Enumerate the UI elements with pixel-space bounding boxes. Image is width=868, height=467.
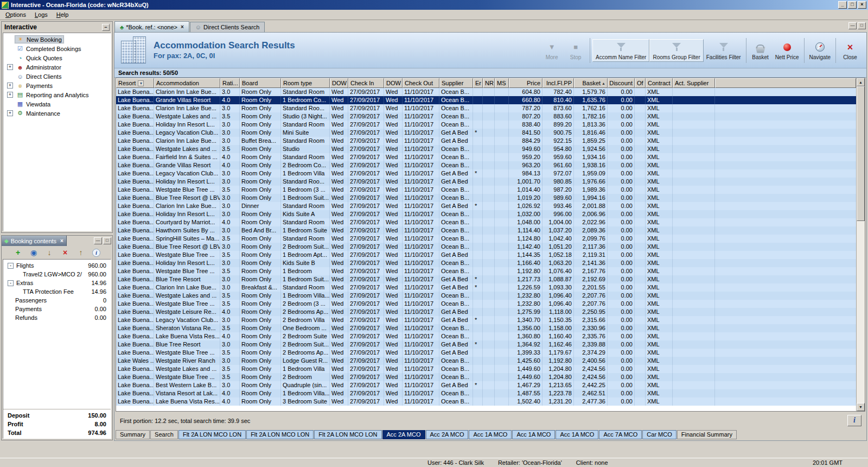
sidebar-item-payments[interactable]: +¤Payments [3,81,111,90]
column-header-rati[interactable]: Rati... [220,78,240,88]
doc-tab-direct-clients-search[interactable]: ☺Direct Clients Search [190,22,265,32]
section-tab-flt-2a-lon-mco-lon[interactable]: Flt 2A LON MCO LON [246,430,314,439]
web-icon[interactable]: ◉ [29,248,38,257]
table-row[interactable]: Lake Buena...Westgate Lakes and ...3.5Ro… [116,292,856,300]
table-row[interactable]: Lake Buena...Clarion Inn Lake Bue...3.0D… [116,202,856,210]
table-row[interactable]: Lake Buena...Westgate Lakes and ...3.5Ro… [116,365,856,373]
sidebar-item-viewdata[interactable]: ▦Viewdata [3,99,111,109]
expand-toggle-icon[interactable]: - [8,280,14,286]
table-row[interactable]: Lake Buena...Clarion Inn Lake Bue...3.0R… [116,104,856,112]
table-row[interactable]: Lake Buena...Legacy Vacation Club...3.0R… [116,169,856,178]
basket-out-icon[interactable]: ↑ [76,248,85,257]
table-row[interactable]: Lake Buena...Blue Tree Resort @ LBV3.0Ro… [116,243,856,251]
column-header-room-type[interactable]: Room type [281,78,330,88]
section-tab-car-mco[interactable]: Car MCO [642,430,676,439]
table-row[interactable]: Lake Buena...Westgate Blue Tree ...3.5Ro… [116,373,856,381]
table-row[interactable]: Lake Buena...Lake Buena Vista Res...4.0R… [116,397,856,406]
column-filter-icon[interactable]: ▼ [138,80,144,86]
booking-item-refunds[interactable]: Refunds0.00 [3,313,111,322]
column-header-dow[interactable]: DOW [330,78,348,88]
section-tab-flt-2a-lon-mco-lon[interactable]: Flt 2A LON MCO LON [178,430,246,439]
table-row[interactable]: Lake Buena...Sheraton Vistana Re...3.5Ro… [116,324,856,332]
doc-minimize-button[interactable]: — [848,22,857,29]
table-row[interactable]: Lake Buena...Clarion Inn Lake Bue...3.0B… [116,137,856,145]
booking-item-travel2-lgw-mco-2[interactable]: Travel2 LGW>MCO 2/960.00 [3,270,111,279]
column-header-contract[interactable]: Contract [646,78,673,88]
section-tab-acc-2a-mco[interactable]: Acc 2A MCO [426,430,469,439]
table-row[interactable]: Lake Buena...Holiday Inn Resort L...3.0R… [116,259,856,267]
table-row[interactable]: Lake Buena...Westgate Blue Tree ...3.5Ro… [116,267,856,275]
info-icon[interactable]: i [92,249,100,257]
expand-toggle-icon[interactable]: - [8,263,14,269]
table-row[interactable]: Lake Buena...Hawthorn Suites By ...3.0Be… [116,226,856,235]
booking-item-extras[interactable]: -Extras14.96 [3,279,111,287]
table-row[interactable]: Lake Buena...Westgate Blue Tree ...3.5Ro… [116,300,856,308]
sidebar-item-quick-quotes[interactable]: ◔Quick Quotes [3,53,111,62]
expand-toggle-icon[interactable]: + [7,110,13,116]
table-row[interactable]: Lake Buena...Fairfield Inn & Suites ...4… [116,153,856,161]
table-row[interactable]: Lake Buena...Westgate Lakes and ...3.5Ro… [116,145,856,153]
column-header-ms[interactable]: MS [495,78,509,88]
close-button[interactable]: Close [838,40,862,61]
column-header-accommodation[interactable]: Accommodation [154,78,220,88]
table-row[interactable]: Lake Buena...Westgate Blue Tree ...3.5Ro… [116,349,856,357]
scroll-down-icon[interactable]: ▼ [857,403,865,411]
navigate-button[interactable]: Navigate [807,40,833,61]
section-tab-acc-1a-mco[interactable]: Acc 1A MCO [556,430,598,439]
menu-help[interactable]: Help [52,10,73,19]
column-header-resort[interactable]: Resort▼ [116,78,154,88]
remove-item-icon[interactable]: × [61,248,69,257]
column-header-basket[interactable]: Basket▲ [574,78,608,88]
section-tab-financial-summary[interactable]: Financial Summary [677,430,737,439]
section-tab-acc-1a-mco[interactable]: Acc 1A MCO [469,430,512,439]
column-header-price[interactable]: Price [509,78,542,88]
column-header-check-in[interactable]: Check In [348,78,384,88]
info-button[interactable]: i [847,415,861,426]
scrollbar-thumb[interactable] [857,86,865,221]
column-header-check-out[interactable]: Check Out [403,78,439,88]
table-row[interactable]: Lake Buena...Blue Tree Resort @ LBV3.0Ro… [116,194,856,202]
table-row[interactable]: Lake Buena...Legacy Vacation Club...3.0R… [116,316,856,324]
table-row[interactable]: Lake Buena...Blue Tree Resort3.0Room Onl… [116,275,856,283]
booking-item-tta-protection-fee[interactable]: TTA Protection Fee14.96 [3,287,111,296]
booking-item-payments[interactable]: Payments0.00 [3,305,111,313]
table-row[interactable]: Lake Buena...Westgate Blue Tree ...3.5Ro… [116,186,856,194]
section-tab-acc-7a-mco[interactable]: Acc 7A MCO [599,430,642,439]
sidebar-item-new-booking[interactable]: ☀New Booking [3,35,111,44]
facilities-filter-button[interactable]: Facilities Filter [704,40,744,61]
add-item-icon[interactable]: + [14,248,22,257]
column-header-er[interactable]: Er [473,78,483,88]
table-row[interactable]: Lake Buena...SpringHill Suites – Ma...3.… [116,235,856,243]
column-header-incl-fl-pp[interactable]: Incl.Fl.PP [542,78,574,88]
column-header-of[interactable]: Of [635,78,646,88]
booking-panel-close-icon[interactable]: × [60,238,63,244]
table-row[interactable]: Lake Buena...Holiday Inn Resort L...3.0R… [116,178,856,186]
table-row[interactable]: Lake Buena...Westgate Leisure Re...4.0Ro… [116,308,856,316]
menu-options[interactable]: Options [1,10,30,19]
sidebar-item-maintenance[interactable]: +⚙Maintenance [3,109,111,118]
column-header-supplier[interactable]: Supplier [439,78,473,88]
table-row[interactable]: Lake Wales ...Westgate River Ranch3.0Roo… [116,357,856,365]
column-header-discount[interactable]: Discount [608,78,635,88]
section-tab-acc-1a-mco[interactable]: Acc 1A MCO [512,430,555,439]
maximize-button[interactable]: □ [848,1,857,9]
nett-price-button[interactable]: Nett Price [773,40,802,61]
table-row[interactable]: Lake Buena...Lake Buena Vista Res...4.0R… [116,332,856,340]
booking-item-passengers[interactable]: Passengers0 [3,296,111,305]
table-row[interactable]: Lake Buena...Holiday Inn Resort L...3.0R… [116,210,856,218]
minimize-button[interactable]: _ [838,1,847,9]
accomm-name-filter-button[interactable]: Accomm Name Filter [592,39,649,62]
column-header-board[interactable]: Board [240,78,281,88]
table-row[interactable]: Lake Buena...Westgate Lakes and ...3.5Ro… [116,112,856,121]
section-tab-search[interactable]: Search [150,430,178,439]
scroll-up-icon[interactable]: ▲ [857,78,865,86]
expand-toggle-icon[interactable]: + [7,64,13,70]
table-row[interactable]: Lake Buena...Clarion Inn Lake Bue...3.0B… [116,283,856,292]
column-header-act-supplier[interactable]: Act. Supplier [673,78,715,88]
sidebar-item-direct-clients[interactable]: ☺Direct Clients [3,72,111,81]
close-button[interactable]: × [858,1,866,9]
table-row[interactable]: Lake Buena...Courtyard by Marriot...4.0R… [116,218,856,226]
section-tab-acc-2a-mco[interactable]: Acc 2A MCO [382,430,425,439]
booking-panel-tab[interactable]: ◆ Booking contents × [2,236,67,246]
basket-button[interactable]: Basket [749,40,773,61]
